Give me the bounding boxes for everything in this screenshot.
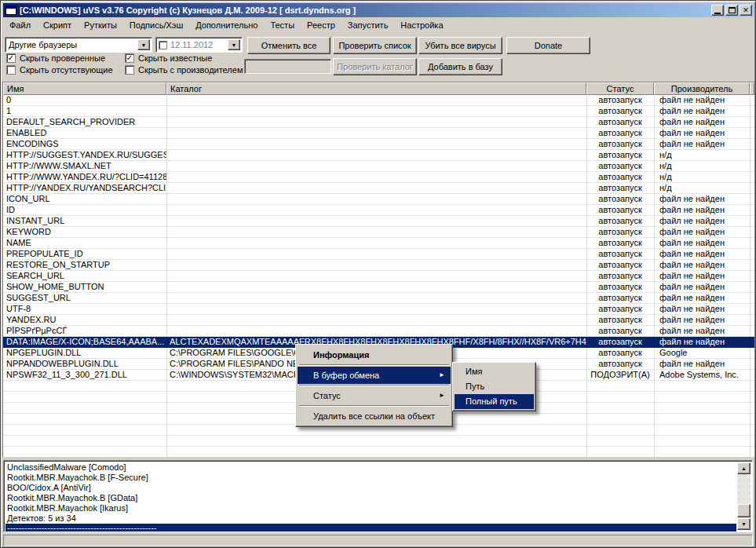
context-menu-item[interactable]: Информация — [298, 346, 451, 364]
browser-category-select[interactable]: Другие браузеры ▼ — [5, 37, 152, 53]
submenu-item[interactable]: Имя — [455, 364, 534, 379]
cell-status: автозапуск — [586, 326, 654, 337]
table-row[interactable]: KEYWORDавтозапускфайл не найден — [3, 227, 754, 238]
table-row[interactable]: YANDEX.RUавтозапускфайл не найден — [3, 315, 754, 326]
menubar-item[interactable]: Тесты — [264, 19, 301, 31]
menu-separator — [299, 385, 449, 386]
checkbox-box[interactable]: ✓ — [6, 53, 16, 63]
table-row[interactable]: 1автозапускфайл не найден — [3, 106, 754, 117]
log-scrollbar[interactable]: ▲ ▼ — [737, 462, 751, 530]
log-line[interactable]: Детектов: 5 из 34 — [5, 513, 736, 524]
log-line[interactable]: UnclassifiedMalware [Comodo] — [5, 462, 736, 473]
context-menu-item[interactable]: В буфер обмена► — [298, 367, 451, 384]
table-row[interactable]: HTTP://SUGGEST.YANDEX.RU/SUGGES...автоза… — [3, 150, 754, 161]
date-filter[interactable]: 12.11.2012 ▼ — [155, 37, 243, 53]
cell-vendor: н/д — [654, 172, 750, 183]
table-row[interactable]: SHOW_HOME_BUTTONавтозапускфайл не найден — [3, 282, 754, 293]
table-row[interactable]: IDавтозапускфайл не найден — [3, 205, 754, 216]
log-selected-line[interactable]: ----------------------------------------… — [5, 524, 736, 532]
table-row[interactable]: ENABLEDавтозапускфайл не найден — [3, 128, 754, 139]
menubar-item[interactable]: Запустить — [341, 19, 395, 31]
menubar-item[interactable]: Скрипт — [37, 19, 78, 31]
table-row[interactable]: HTTP://WWW.YANDEX.RU/?CLID=41128автозапу… — [3, 172, 754, 183]
cell-status: автозапуск — [586, 337, 654, 348]
table-row[interactable]: SEARCH_URLавтозапускфайл не найден — [3, 271, 754, 282]
filter-checkbox[interactable]: ✓Скрыть проверенные — [6, 53, 105, 63]
donate-button[interactable]: Donate — [506, 37, 590, 54]
log-line[interactable]: Rootkit.MBR.Mayachok [Ikarus] — [5, 503, 736, 513]
status-bar — [3, 535, 753, 546]
minimize-button[interactable] — [711, 5, 724, 16]
maximize-icon — [729, 7, 736, 13]
cell-name: NPPANDOWEBPLUGIN.DLL — [3, 359, 166, 370]
cell-name: ID — [3, 205, 166, 216]
submenu-item[interactable]: Полный путь — [455, 394, 534, 409]
cell-status: автозапуск — [586, 348, 654, 359]
checkbox-box[interactable]: ✓ — [125, 53, 134, 63]
cell-name: YANDEX.RU — [3, 315, 166, 326]
table-row[interactable]: HTTP://YANDEX.RU/YANDSEARCH?CLI...автоза… — [3, 183, 754, 194]
submenu-label: Путь — [466, 382, 484, 391]
column-header[interactable]: Каталог — [166, 82, 586, 95]
cell-status: автозапуск — [586, 238, 654, 249]
cell-vendor: файл не найден — [654, 238, 750, 249]
table-row[interactable]: SUGGEST_URLавтозапускфайл не найден — [3, 293, 754, 304]
date-dropdown-arrow-icon[interactable]: ▼ — [228, 39, 240, 50]
cell-name: UTF-8 — [3, 304, 166, 315]
cell-vendor: файл не найден — [654, 95, 750, 106]
menubar-item[interactable]: Настройка — [394, 19, 449, 31]
menubar-item[interactable]: Подпись/Хэш — [123, 19, 189, 31]
table-row[interactable]: РЇРЅРґРµРєСЃавтозапускфайл не найден — [3, 326, 754, 337]
cell-name: KEYWORD — [3, 227, 166, 238]
cell-status: автозапуск — [586, 216, 654, 227]
table-row[interactable]: HTTP://WWW.SMAXL.NETавтозапускн/д — [3, 161, 754, 172]
scroll-down-icon[interactable]: ▼ — [737, 518, 751, 530]
log-line[interactable]: Rootkit.MBR.Mayachok.B [F-Secure] — [5, 473, 736, 483]
date-checkbox[interactable] — [159, 41, 167, 49]
cancel-all-button[interactable]: Отменить все — [247, 37, 331, 54]
checkbox-box[interactable] — [125, 65, 134, 75]
cell-vendor: файл не найден — [654, 337, 750, 348]
filter-checkbox[interactable]: Скрыть отсутствующие — [6, 65, 113, 75]
menubar-item[interactable]: Реестр — [301, 19, 341, 31]
column-header[interactable]: Имя — [3, 82, 166, 95]
cell-name: 1 — [3, 106, 166, 117]
dropdown-arrow-icon[interactable]: ▼ — [137, 39, 150, 50]
table-row[interactable]: ENCODINGSавтозапускфайл не найден — [3, 139, 754, 150]
table-row[interactable]: UTF-8автозапускфайл не найден — [3, 304, 754, 315]
context-menu-label: Статус — [313, 391, 341, 400]
menubar-item[interactable]: Дополнительно — [189, 19, 264, 31]
check-list-button[interactable]: Проверить список — [333, 37, 417, 54]
context-menu-item[interactable]: Статус► — [298, 387, 451, 404]
maximize-button[interactable] — [725, 5, 738, 16]
filter-checkbox[interactable]: ✓Скрыть известные — [125, 53, 212, 63]
column-header[interactable]: Статус — [586, 82, 654, 95]
cell-catalog — [166, 238, 586, 249]
table-row[interactable]: RESTORE_ON_STARTUPавтозапускфайл не найд… — [3, 260, 754, 271]
menubar-item[interactable]: Руткиты — [78, 19, 123, 31]
context-menu-item[interactable]: Удалить все ссылки на объект — [298, 407, 451, 425]
close-button[interactable]: ✕ — [740, 5, 752, 16]
table-row[interactable]: NAMEавтозапускфайл не найден — [3, 238, 754, 249]
menubar-item[interactable]: Файл — [3, 19, 37, 31]
checkbox-label: Скрыть проверенные — [20, 53, 105, 63]
log-line[interactable]: BOO/Cidox.A [AntiVir] — [5, 483, 736, 493]
kill-all-viruses-button[interactable]: Убить все вирусы — [418, 37, 502, 54]
submenu-item[interactable]: Путь — [455, 379, 534, 394]
cell-name: NAME — [3, 238, 166, 249]
table-row[interactable]: DEFAULT_SEARCH_PROVIDERавтозапускфайл не… — [3, 117, 754, 128]
add-to-base-button[interactable]: Добавить в базу — [418, 58, 502, 75]
filter-checkbox[interactable]: Скрыть с производителем — [125, 65, 243, 75]
scrollbar-thumb[interactable] — [737, 504, 751, 517]
table-row[interactable]: 0автозапускфайл не найден — [3, 95, 754, 106]
table-row[interactable]: ICON_URLавтозапускфайл не найден — [3, 194, 754, 205]
table-row[interactable]: INSTANT_URLавтозапускфайл не найден — [3, 216, 754, 227]
column-header[interactable]: Производитель — [654, 82, 750, 95]
table-row[interactable]: PREPOPULATE_IDавтозапускфайл не найден — [3, 249, 754, 260]
cell-vendor: н/д — [654, 150, 750, 161]
menu-separator — [299, 364, 449, 366]
filter-input[interactable] — [244, 59, 331, 74]
checkbox-box[interactable] — [6, 65, 16, 75]
log-line[interactable]: Rootkit.MBR.Mayachok.B [GData] — [5, 493, 736, 503]
scroll-up-icon[interactable]: ▲ — [737, 462, 751, 474]
